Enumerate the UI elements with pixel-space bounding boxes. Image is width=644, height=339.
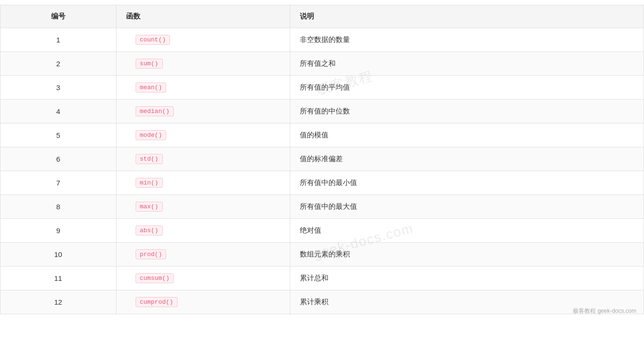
table-row: 5mode()值的模值 xyxy=(0,123,644,147)
cell-desc: 值的标准偏差 xyxy=(290,147,644,171)
cell-num: 9 xyxy=(0,219,116,243)
cell-num: 4 xyxy=(0,100,116,123)
table-row: 1count()非空数据的数量 xyxy=(0,28,644,52)
cell-desc: 所有值之和 xyxy=(290,52,644,76)
cell-num: 7 xyxy=(0,171,116,195)
cell-desc: 绝对值 xyxy=(290,219,644,243)
cell-func: mean() xyxy=(116,76,290,100)
func-badge: mode() xyxy=(136,130,167,140)
cell-desc: 所有值中的最小值 xyxy=(290,171,644,195)
table-row: 10prod()数组元素的乘积 xyxy=(0,243,644,267)
header-num: 编号 xyxy=(0,5,116,28)
table-row: 11cumsum()累计总和 xyxy=(0,267,644,290)
cell-num: 6 xyxy=(0,147,116,171)
func-badge: max() xyxy=(136,202,163,212)
cell-func: sum() xyxy=(116,52,290,76)
func-badge: std() xyxy=(136,154,163,164)
cell-func: min() xyxy=(116,171,290,195)
func-badge: cumprod() xyxy=(136,297,178,307)
table-row: 4median()所有值的中位数 xyxy=(0,100,644,123)
func-badge: sum() xyxy=(136,59,163,69)
cell-desc: 累计总和 xyxy=(290,267,644,290)
cell-num: 2 xyxy=(0,52,116,76)
cell-desc: 数组元素的乘积 xyxy=(290,243,644,267)
header-desc: 说明 xyxy=(290,5,644,28)
func-badge: prod() xyxy=(136,249,167,259)
cell-func: cumprod() xyxy=(116,290,290,314)
func-badge: min() xyxy=(136,178,163,188)
cell-desc: 所有值的平均值 xyxy=(290,76,644,100)
func-badge: count() xyxy=(136,35,170,45)
cell-func: count() xyxy=(116,28,290,52)
cell-func: abs() xyxy=(116,219,290,243)
cell-func: prod() xyxy=(116,243,290,267)
cell-desc: 非空数据的数量 xyxy=(290,28,644,52)
cell-desc: 所有值的中位数 xyxy=(290,100,644,123)
func-badge: abs() xyxy=(136,226,163,236)
func-badge: mean() xyxy=(136,82,167,92)
cell-desc: 所有值中的最大值 xyxy=(290,195,644,219)
data-table: 编号 函数 说明 1count()非空数据的数量2sum()所有值之和3mean… xyxy=(0,5,644,314)
table-row: 6std()值的标准偏差 xyxy=(0,147,644,171)
table-row: 12cumprod()累计乘积 xyxy=(0,290,644,314)
table-header-row: 编号 函数 说明 xyxy=(0,5,644,28)
cell-func: std() xyxy=(116,147,290,171)
cell-num: 11 xyxy=(0,267,116,290)
cell-func: max() xyxy=(116,195,290,219)
cell-func: mode() xyxy=(116,123,290,147)
cell-num: 10 xyxy=(0,243,116,267)
table-row: 8max()所有值中的最大值 xyxy=(0,195,644,219)
cell-desc: 累计乘积 xyxy=(290,290,644,314)
func-badge: cumsum() xyxy=(136,273,174,283)
table-row: 2sum()所有值之和 xyxy=(0,52,644,76)
table-row: 3mean()所有值的平均值 xyxy=(0,76,644,100)
cell-num: 12 xyxy=(0,290,116,314)
cell-num: 5 xyxy=(0,123,116,147)
table-row: 7min()所有值中的最小值 xyxy=(0,171,644,195)
cell-num: 8 xyxy=(0,195,116,219)
table-row: 9abs()绝对值 xyxy=(0,219,644,243)
cell-num: 3 xyxy=(0,76,116,100)
cell-func: cumsum() xyxy=(116,267,290,290)
header-func: 函数 xyxy=(116,5,290,28)
func-badge: median() xyxy=(136,106,174,116)
table-container: 极客教程 geek-docs.com 编号 函数 说明 1count()非空数据… xyxy=(0,0,644,319)
cell-func: median() xyxy=(116,100,290,123)
cell-num: 1 xyxy=(0,28,116,52)
cell-desc: 值的模值 xyxy=(290,123,644,147)
